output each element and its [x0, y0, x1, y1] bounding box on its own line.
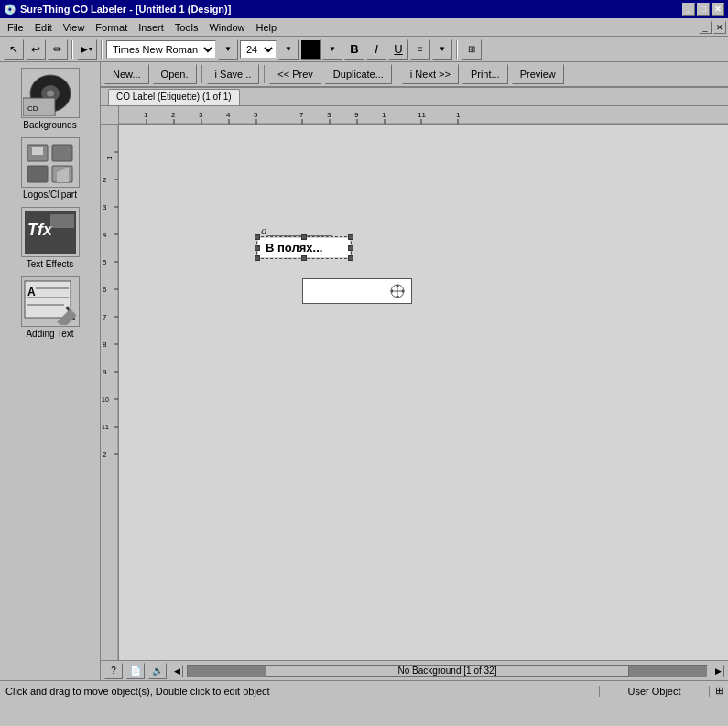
- logos-label: Logos/Clipart: [23, 190, 77, 200]
- next-button[interactable]: i Next >>: [402, 64, 459, 84]
- svg-text:4: 4: [226, 111, 231, 119]
- italic-button[interactable]: I: [366, 39, 386, 60]
- menu-bar-controls[interactable]: _ ✕: [699, 21, 726, 34]
- svg-rect-7: [52, 145, 72, 161]
- qt-sep1: [201, 65, 202, 83]
- title-bar-controls[interactable]: _ □ ✕: [682, 3, 724, 16]
- handle-bl[interactable]: [255, 255, 260, 261]
- save-button[interactable]: i Save...: [207, 64, 260, 84]
- svg-text:1: 1: [382, 111, 386, 119]
- extra-tool[interactable]: ⊞: [462, 39, 482, 60]
- app-icon: 💿: [4, 4, 16, 16]
- menu-edit[interactable]: Edit: [29, 20, 58, 35]
- menu-view[interactable]: View: [58, 20, 91, 35]
- menu-close-button[interactable]: ✕: [713, 21, 726, 34]
- handle-tm[interactable]: [301, 234, 307, 240]
- preview-button[interactable]: Preview: [512, 64, 564, 84]
- handle-bm[interactable]: [301, 255, 307, 261]
- menu-format[interactable]: Format: [90, 20, 133, 35]
- svg-point-2: [47, 90, 54, 96]
- svg-text:5: 5: [103, 258, 107, 266]
- open-button[interactable]: Open.: [153, 64, 197, 84]
- handle-ml[interactable]: [255, 245, 260, 251]
- undo-tool[interactable]: ↩: [26, 39, 46, 60]
- menu-minimize-button[interactable]: _: [699, 21, 712, 34]
- menu-items: File Edit View Format Insert Tools Windo…: [2, 20, 282, 35]
- arrow-tool[interactable]: ▶▼: [77, 39, 97, 60]
- sidebar: CD Backgrounds Logos/Clipart: [0, 62, 101, 680]
- svg-text:A: A: [27, 286, 36, 298]
- svg-text:9: 9: [354, 111, 359, 119]
- backgrounds-icon: CD: [21, 68, 80, 118]
- svg-text:10: 10: [102, 396, 109, 403]
- close-button[interactable]: ✕: [712, 3, 724, 16]
- text-effects-icon: Tfx: [21, 207, 80, 257]
- size-dropdown-btn[interactable]: ▼: [278, 39, 299, 60]
- size-selector[interactable]: 24: [240, 40, 277, 59]
- svg-text:1: 1: [105, 156, 114, 160]
- font-dropdown-btn[interactable]: ▼: [218, 39, 238, 60]
- help-icon[interactable]: ?: [104, 663, 123, 679]
- prev-button[interactable]: << Prev: [269, 64, 321, 84]
- sound-icon[interactable]: 🔊: [148, 663, 167, 679]
- status-left: Click and drag to move object(s), Double…: [0, 686, 600, 697]
- bold-button[interactable]: B: [344, 39, 364, 60]
- background-label: No Background [1 of 32]: [398, 666, 497, 676]
- menu-insert[interactable]: Insert: [133, 20, 169, 35]
- sidebar-item-backgrounds[interactable]: CD Backgrounds: [5, 66, 96, 132]
- ruler-corner: [101, 106, 119, 125]
- sidebar-item-logos[interactable]: Logos/Clipart: [5, 135, 96, 201]
- pencil-tool[interactable]: ✏: [48, 39, 68, 60]
- align-dropdown-btn[interactable]: ▼: [432, 39, 452, 60]
- label-area[interactable]: a___________: [119, 125, 728, 660]
- scroll-left-arrow[interactable]: ◀: [170, 665, 183, 677]
- color-button[interactable]: [300, 39, 321, 60]
- selected-text-box[interactable]: В полях...: [256, 236, 352, 259]
- svg-rect-8: [27, 166, 48, 182]
- svg-text:2: 2: [171, 111, 176, 119]
- menu-file[interactable]: File: [2, 20, 29, 35]
- title-text: SureThing CO Labeler - [Untitled 1 (Desi…: [20, 4, 231, 15]
- scroll-track[interactable]: No Background [1 of 32]: [187, 665, 708, 677]
- pointer-tool[interactable]: ↖: [4, 39, 24, 60]
- font-selector[interactable]: Times New Roman: [106, 40, 216, 59]
- rect-element[interactable]: [302, 278, 412, 304]
- backgrounds-label: Backgrounds: [23, 120, 76, 130]
- title-bar: 💿 SureThing CO Labeler - [Untitled 1 (De…: [0, 0, 728, 18]
- handle-tr[interactable]: [348, 234, 353, 240]
- svg-text:7: 7: [103, 313, 107, 321]
- page-icon[interactable]: 📄: [126, 663, 145, 679]
- scroll-right-arrow[interactable]: ▶: [712, 665, 724, 677]
- maximize-button[interactable]: □: [697, 3, 710, 16]
- svg-text:6: 6: [103, 286, 107, 294]
- svg-text:3: 3: [327, 111, 331, 119]
- align-button[interactable]: ≡: [410, 39, 430, 60]
- menu-window[interactable]: Window: [203, 20, 250, 35]
- svg-text:2: 2: [103, 176, 107, 184]
- svg-text:9: 9: [103, 368, 107, 376]
- sidebar-item-adding-text[interactable]: A Adding Text: [5, 275, 96, 341]
- scroll-thumb[interactable]: No Background [1 of 32]: [266, 666, 629, 677]
- svg-text:1: 1: [144, 111, 148, 119]
- status-right: User Object: [600, 686, 710, 697]
- menu-tools[interactable]: Tools: [169, 20, 204, 35]
- print-button[interactable]: Print...: [462, 64, 508, 84]
- adding-text-label: Adding Text: [26, 329, 73, 339]
- new-button[interactable]: New...: [104, 64, 149, 84]
- main-area: CD Backgrounds Logos/Clipart: [0, 62, 728, 680]
- underline-button[interactable]: U: [388, 39, 408, 60]
- status-icon: ⊞: [710, 682, 728, 700]
- handle-mr[interactable]: [348, 245, 353, 251]
- design-tab[interactable]: CO Label (Etiquette) (1 of 1): [108, 89, 240, 105]
- handle-br[interactable]: [348, 255, 353, 261]
- canvas-wrapper: 1 2 3 4 5 7 3: [101, 106, 728, 660]
- color-dropdown-btn[interactable]: ▼: [322, 39, 342, 60]
- svg-rect-6: [32, 147, 43, 155]
- menu-help[interactable]: Help: [251, 20, 283, 35]
- minimize-button[interactable]: _: [682, 3, 695, 16]
- bottom-bar: ? 📄 🔊 ◀ No Background [1 of 32] ▶: [101, 660, 728, 680]
- sidebar-item-text-effects[interactable]: Tfx Text Effects: [5, 205, 96, 271]
- duplicate-button[interactable]: Duplicate...: [325, 64, 392, 84]
- canvas-container[interactable]: 1 2 3 4 5 7 3: [101, 106, 728, 660]
- handle-tl[interactable]: [255, 234, 260, 240]
